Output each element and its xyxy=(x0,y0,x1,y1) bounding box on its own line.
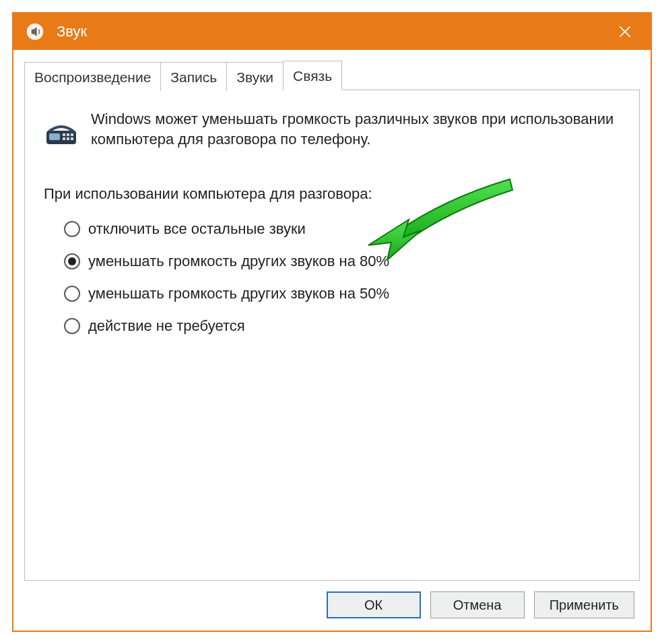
tab-sounds[interactable]: Звуки xyxy=(226,62,284,91)
radio-label: уменьшать громкость других звуков на 50% xyxy=(88,285,389,302)
button-label: Отмена xyxy=(453,598,502,613)
radio-label: действие не требуется xyxy=(88,317,245,335)
tab-playback[interactable]: Воспроизведение xyxy=(24,62,161,91)
radio-reduce-80[interactable]: уменьшать громкость других звуков на 80% xyxy=(64,253,620,270)
tab-communications[interactable]: Связь xyxy=(283,61,342,90)
svg-rect-4 xyxy=(49,133,60,140)
button-label: Применить xyxy=(550,598,619,613)
tab-label: Воспроизведение xyxy=(34,69,151,85)
window-title: Звук xyxy=(57,23,605,40)
svg-rect-10 xyxy=(71,137,73,140)
button-label: ОК xyxy=(364,598,383,613)
tab-label: Звуки xyxy=(236,69,273,85)
tab-recording[interactable]: Запись xyxy=(160,62,227,91)
radio-label: отключить все остальные звуки xyxy=(88,220,306,238)
svg-rect-7 xyxy=(71,133,73,136)
svg-rect-9 xyxy=(67,137,69,140)
titlebar[interactable]: Звук xyxy=(13,13,651,50)
tab-label: Запись xyxy=(170,69,217,85)
radio-reduce-50[interactable]: уменьшать громкость других звуков на 50% xyxy=(64,285,620,302)
close-button[interactable] xyxy=(605,13,645,50)
cancel-button[interactable]: Отмена xyxy=(430,591,525,618)
sound-dialog: Звук Воспроизведение Запись Звуки Связь xyxy=(12,12,652,632)
radio-icon xyxy=(64,318,80,334)
radio-icon xyxy=(64,253,80,269)
dialog-buttons: ОК Отмена Применить xyxy=(24,581,640,620)
apply-button[interactable]: Применить xyxy=(534,591,634,618)
tab-label: Связь xyxy=(293,68,332,84)
radio-group: отключить все остальные звуки уменьшать … xyxy=(44,220,620,335)
svg-rect-6 xyxy=(67,133,69,136)
ok-button[interactable]: ОК xyxy=(327,591,421,618)
radio-do-nothing[interactable]: действие не требуется xyxy=(64,317,620,335)
telephone-icon xyxy=(44,113,79,148)
section-label: При использовании компьютера для разгово… xyxy=(44,185,620,203)
radio-mute-all[interactable]: отключить все остальные звуки xyxy=(64,220,620,238)
svg-rect-8 xyxy=(63,137,65,140)
tab-panel-communications: Windows может уменьшать громкость различ… xyxy=(24,90,640,581)
svg-rect-5 xyxy=(63,133,65,136)
radio-icon xyxy=(64,221,80,237)
description-text: Windows может уменьшать громкость различ… xyxy=(91,109,620,149)
radio-label: уменьшать громкость других звуков на 80% xyxy=(88,253,389,270)
sound-app-icon xyxy=(26,22,44,41)
client-area: Воспроизведение Запись Звуки Связь xyxy=(13,50,651,631)
tabs: Воспроизведение Запись Звуки Связь xyxy=(24,61,640,90)
description-row: Windows может уменьшать громкость различ… xyxy=(44,109,620,149)
radio-icon xyxy=(64,286,80,302)
